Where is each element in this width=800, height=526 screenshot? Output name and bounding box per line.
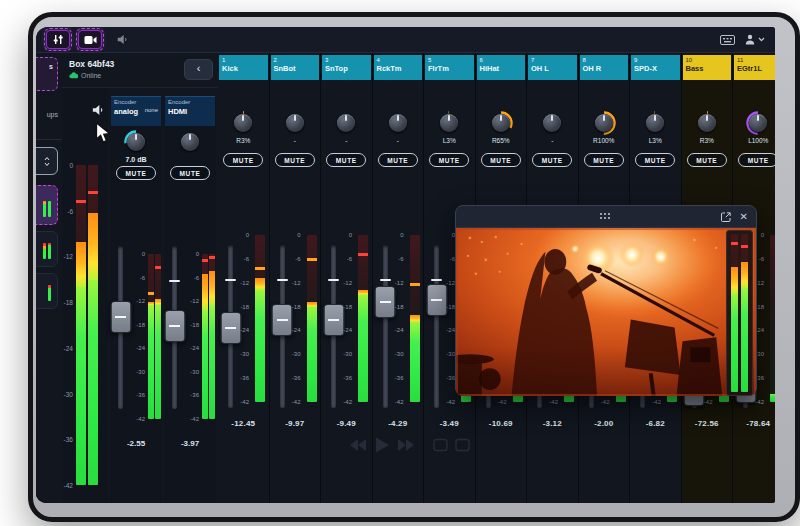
channel-number: 3 bbox=[325, 56, 368, 64]
channel-name: Bass bbox=[686, 64, 729, 73]
pan-knob[interactable] bbox=[698, 114, 716, 132]
pan-knob[interactable] bbox=[543, 114, 561, 132]
channel-number: 11 bbox=[737, 56, 775, 64]
mute-button[interactable]: MUTE bbox=[738, 153, 775, 167]
mute-button[interactable]: MUTE bbox=[635, 153, 675, 167]
master-volume-icon[interactable] bbox=[116, 31, 128, 49]
sidebar-sort-dropdown[interactable] bbox=[36, 147, 58, 175]
channel-number: 5 bbox=[428, 56, 471, 64]
user-menu[interactable] bbox=[745, 34, 765, 45]
fader-reference-tick bbox=[225, 279, 236, 281]
mute-button[interactable]: MUTE bbox=[378, 153, 418, 167]
video-camera-icon bbox=[84, 35, 97, 45]
encoder-strip: Encoder analog none bbox=[110, 96, 162, 503]
channel-level-value: -2.00 bbox=[579, 419, 630, 428]
pan-knob[interactable] bbox=[595, 114, 613, 132]
pan-value: L3% bbox=[630, 137, 681, 144]
pan-knob[interactable] bbox=[234, 114, 252, 132]
knob-cap bbox=[234, 114, 252, 132]
app-window: s ups bbox=[28, 12, 800, 522]
mute-button[interactable]: MUTE bbox=[326, 153, 366, 167]
collapse-panel-button[interactable]: ‹ bbox=[184, 59, 213, 80]
pan-knob[interactable] bbox=[389, 114, 407, 132]
pan-knob[interactable] bbox=[492, 114, 510, 132]
knob-cap bbox=[543, 114, 561, 132]
mute-button[interactable]: MUTE bbox=[429, 153, 469, 167]
keyboard-shortcuts-icon[interactable] bbox=[720, 31, 735, 49]
fast-forward-icon bbox=[398, 439, 414, 451]
fader-reference-tick bbox=[431, 279, 442, 281]
knob-cap bbox=[389, 114, 407, 132]
sidebar-divider bbox=[36, 139, 62, 140]
person-icon bbox=[745, 34, 755, 45]
open-external-icon[interactable] bbox=[721, 212, 731, 222]
channel-header[interactable]: 7 OH L bbox=[528, 55, 577, 80]
pan-knob[interactable] bbox=[440, 114, 458, 132]
fader[interactable] bbox=[118, 246, 123, 409]
gain-knob[interactable] bbox=[181, 133, 199, 151]
channel-header[interactable]: 6 HiHat bbox=[477, 55, 526, 80]
fader-handle[interactable] bbox=[164, 310, 185, 342]
gain-knob[interactable] bbox=[127, 133, 145, 151]
fader-handle[interactable] bbox=[110, 301, 131, 333]
channel-header[interactable]: 5 FlrTm bbox=[425, 55, 474, 80]
mixer-view-button[interactable] bbox=[46, 30, 70, 49]
channel-name: EGtr1L bbox=[737, 64, 775, 73]
encoder-name: HDMI bbox=[168, 107, 187, 116]
master-monitor-column: 0-6-12-18-24-30-36-42 bbox=[62, 88, 108, 503]
sidebar-meter-item-selected[interactable] bbox=[36, 185, 58, 225]
fader[interactable] bbox=[172, 246, 177, 409]
sidebar-meter-item[interactable] bbox=[36, 273, 58, 309]
fader[interactable] bbox=[228, 245, 233, 408]
meter-scale: 0-6-12-18-24-30-36-42 bbox=[393, 235, 405, 402]
mute-button[interactable]: MUTE bbox=[275, 153, 315, 167]
fader[interactable] bbox=[280, 245, 285, 408]
mute-button[interactable]: MUTE bbox=[116, 166, 156, 180]
box-status: Online bbox=[69, 72, 101, 79]
channel-header[interactable]: 8 OH R bbox=[580, 55, 629, 80]
mute-button[interactable]: MUTE bbox=[481, 153, 521, 167]
channel-name: RckTm bbox=[377, 64, 420, 73]
mute-button[interactable]: MUTE bbox=[223, 153, 263, 167]
close-icon[interactable]: ✕ bbox=[740, 212, 748, 222]
mute-button[interactable]: MUTE bbox=[532, 153, 572, 167]
pan-knob[interactable] bbox=[286, 114, 304, 132]
channel-number: 8 bbox=[583, 56, 626, 64]
channel-header[interactable]: 9 SPD-X bbox=[631, 55, 680, 80]
fader[interactable] bbox=[383, 245, 388, 408]
pan-knob[interactable] bbox=[337, 114, 355, 132]
app-surface: s ups bbox=[36, 27, 775, 503]
pan-value: - bbox=[270, 137, 321, 144]
video-view-button[interactable] bbox=[78, 30, 102, 49]
monitor-speaker-icon[interactable] bbox=[91, 102, 104, 120]
mute-button[interactable]: MUTE bbox=[170, 166, 210, 180]
pan-knob[interactable] bbox=[646, 114, 664, 132]
fader[interactable] bbox=[434, 245, 439, 408]
sidebar-item-top[interactable]: s bbox=[36, 57, 58, 91]
video-window-titlebar[interactable]: ✕ bbox=[456, 206, 756, 228]
knob-cap bbox=[181, 133, 199, 151]
channel-header[interactable]: 10 Bass bbox=[683, 55, 732, 80]
video-window[interactable]: ✕ bbox=[455, 205, 757, 396]
channel-header[interactable]: 4 RckTm bbox=[374, 55, 423, 80]
channel-header[interactable]: 2 SnBot bbox=[271, 55, 320, 80]
fader[interactable] bbox=[331, 245, 336, 408]
pan-value: R100% bbox=[579, 137, 630, 144]
channel-header[interactable]: 1 Kick bbox=[219, 55, 268, 80]
channel-number: 7 bbox=[531, 56, 574, 64]
mixer-faders-icon bbox=[52, 34, 64, 45]
level-meter bbox=[358, 235, 368, 402]
pan-knob[interactable] bbox=[749, 114, 767, 132]
drag-handle-icon[interactable] bbox=[600, 213, 612, 221]
channel-header[interactable]: 3 SnTop bbox=[322, 55, 371, 80]
play-icon bbox=[376, 438, 389, 453]
mute-button[interactable]: MUTE bbox=[687, 153, 727, 167]
channel-strip: 1 Kick R3% MUTE bbox=[218, 53, 270, 503]
encoder-header[interactable]: Encoder analog none bbox=[111, 96, 161, 126]
encoder-header[interactable]: Encoder HDMI bbox=[165, 96, 215, 126]
mouse-cursor bbox=[95, 122, 112, 148]
pan-value: L100% bbox=[733, 137, 775, 144]
mute-button[interactable]: MUTE bbox=[584, 153, 624, 167]
sidebar-meter-item[interactable] bbox=[36, 231, 58, 267]
channel-header[interactable]: 11 EGtr1L bbox=[734, 55, 775, 80]
